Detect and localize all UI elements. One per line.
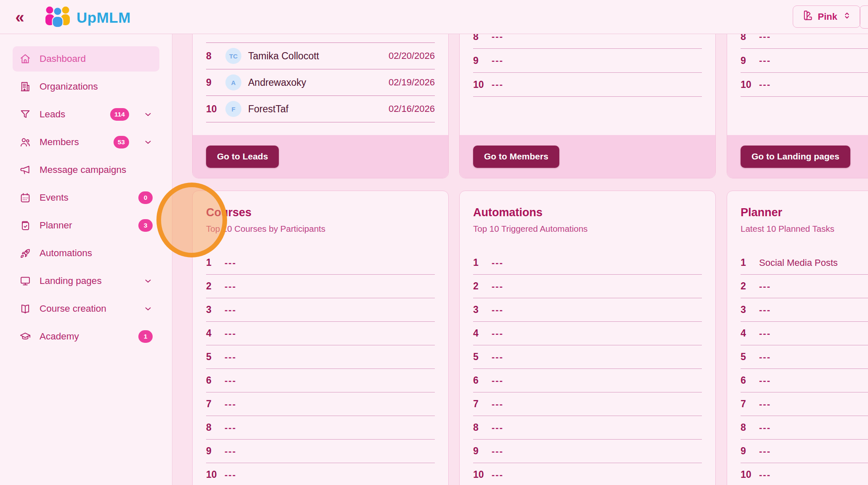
chevron-down-icon[interactable] <box>143 138 153 147</box>
empty-value: --- <box>759 422 771 433</box>
sidebar-item-members[interactable]: Members 53 <box>13 130 159 155</box>
empty-value: --- <box>492 34 503 42</box>
sidebar-item-label: Course creation <box>40 303 106 314</box>
avatar: F <box>225 101 241 117</box>
theme-selector[interactable]: Pink <box>793 5 860 28</box>
card-footer: Go to Landing pages <box>727 135 868 178</box>
row-number: 4 <box>206 328 225 339</box>
header-extra-button[interactable] <box>860 5 868 29</box>
planner-list: 1Social Media Posts 2--- 3--- 4--- 5--- … <box>741 251 868 485</box>
lead-date: 02/20/2026 <box>389 50 435 61</box>
sidebar-item-academy[interactable]: Academy 1 <box>13 324 159 349</box>
empty-value: --- <box>225 257 236 268</box>
empty-value: --- <box>492 55 503 66</box>
empty-value: --- <box>492 79 503 90</box>
row-number: 2 <box>741 281 759 292</box>
list-item: 1--- <box>206 251 435 275</box>
list-item: 3--- <box>741 298 868 322</box>
dashboard-content: 8 TC Tamika Collocott 02/20/2026 9 A And… <box>172 34 868 485</box>
empty-value: --- <box>225 399 236 410</box>
empty-value: --- <box>492 257 503 268</box>
row-number: 10 <box>741 79 759 90</box>
row-number: 1 <box>473 257 492 268</box>
sidebar-item-label: Planner <box>40 220 72 231</box>
sidebar-item-leads[interactable]: Leads 114 <box>13 102 159 127</box>
empty-value: --- <box>759 352 771 363</box>
row-number: 6 <box>206 375 225 386</box>
go-to-members-button[interactable]: Go to Members <box>473 146 559 168</box>
list-item: 7--- <box>741 392 868 416</box>
card-footer: Go to Members <box>460 135 715 178</box>
sidebar: Dashboard Organizations Leads 114 Member… <box>0 34 172 485</box>
go-to-landing-pages-button[interactable]: Go to Landing pages <box>741 146 850 168</box>
chevron-down-icon[interactable] <box>143 304 153 313</box>
row-number: 1 <box>206 257 225 268</box>
users-icon <box>19 136 31 148</box>
list-item: 10 --- <box>741 73 868 97</box>
row-number: 5 <box>206 351 225 363</box>
app-logo[interactable]: UpMLM <box>44 5 131 30</box>
go-to-leads-button[interactable]: Go to Leads <box>206 146 279 168</box>
sidebar-item-label: Events <box>40 192 69 203</box>
list-item[interactable]: 8 TC Tamika Collocott 02/20/2026 <box>206 43 435 69</box>
members-list: 8 --- 9 --- 10 --- <box>460 34 715 97</box>
empty-value: --- <box>225 305 236 315</box>
empty-value: --- <box>759 281 771 292</box>
chevron-down-icon[interactable] <box>143 276 153 286</box>
list-item: 2--- <box>741 275 868 298</box>
lead-date: 02/16/2026 <box>389 103 435 114</box>
leads-list: 8 TC Tamika Collocott 02/20/2026 9 A And… <box>193 34 448 122</box>
empty-value: --- <box>759 375 771 386</box>
empty-value: --- <box>759 55 771 66</box>
palette-icon <box>802 10 813 24</box>
lead-name: ForestTaf <box>248 103 288 115</box>
funnel-icon <box>19 109 31 120</box>
list-item: 9--- <box>741 440 868 463</box>
logo-people-icon <box>44 5 71 30</box>
list-item[interactable]: 10 F ForestTaf 02/16/2026 <box>206 96 435 122</box>
card-subtitle: Latest 10 Planned Tasks <box>741 224 834 234</box>
chevron-down-icon[interactable] <box>143 110 153 119</box>
row-number: 8 <box>206 422 225 433</box>
sidebar-item-planner[interactable]: Planner 3 <box>13 213 159 238</box>
count-badge: 114 <box>110 108 129 121</box>
empty-value: --- <box>759 305 771 315</box>
card-subtitle: Top 10 Triggered Automations <box>473 224 587 234</box>
sidebar-item-label: Members <box>40 137 79 148</box>
list-item[interactable]: 9 A Andrewaxoky 02/19/2026 <box>206 69 435 96</box>
sidebar-item-organizations[interactable]: Organizations <box>13 74 159 99</box>
list-item: 8--- <box>741 416 868 440</box>
sidebar-item-automations[interactable]: Automations <box>13 241 159 266</box>
double-chevron-left-icon: « <box>15 8 24 26</box>
list-item: 9 --- <box>473 49 702 73</box>
empty-value: --- <box>492 375 503 386</box>
courses-list: 1--- 2--- 3--- 4--- 5--- 6--- 7--- 8--- … <box>206 251 435 485</box>
card-subtitle: Top 10 Courses by Participants <box>206 224 326 234</box>
sidebar-item-dashboard[interactable]: Dashboard <box>13 46 159 72</box>
sidebar-collapse-button[interactable]: « <box>10 8 29 27</box>
empty-value: --- <box>759 446 771 457</box>
list-item: 7--- <box>473 392 702 416</box>
empty-value: --- <box>225 446 236 457</box>
list-item[interactable]: 1Social Media Posts <box>741 251 868 275</box>
list-item: 7--- <box>206 392 435 416</box>
sidebar-item-landing-pages[interactable]: Landing pages <box>13 268 159 294</box>
row-number: 5 <box>741 351 759 363</box>
sidebar-item-label: Message campaigns <box>40 164 126 175</box>
list-item: 3--- <box>206 298 435 322</box>
empty-value: --- <box>225 422 236 433</box>
list-item: 8 --- <box>741 34 868 49</box>
sidebar-item-message-campaigns[interactable]: Message campaigns <box>13 157 159 183</box>
sidebar-item-course-creation[interactable]: Course creation <box>13 296 159 321</box>
empty-value: --- <box>759 34 771 42</box>
empty-value: --- <box>492 399 503 410</box>
empty-value: --- <box>492 305 503 315</box>
row-number: 9 <box>473 445 492 457</box>
lead-date: 02/19/2026 <box>389 77 435 88</box>
courses-card: Courses Top 10 Courses by Participants 1… <box>192 191 449 485</box>
row-number: 7 <box>206 398 225 410</box>
list-item: 4--- <box>206 322 435 345</box>
megaphone-icon <box>19 164 31 176</box>
empty-value: --- <box>492 446 503 457</box>
sidebar-item-events[interactable]: Events 0 <box>13 185 159 210</box>
